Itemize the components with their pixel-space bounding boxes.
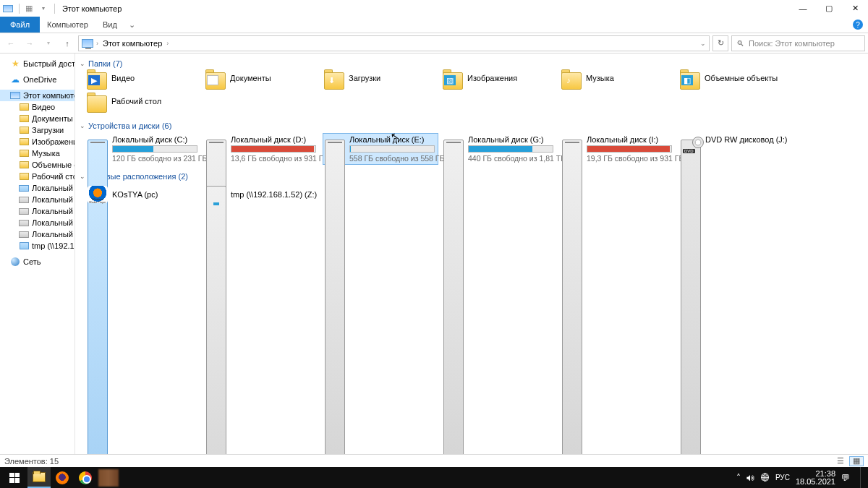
folder-icon [19,160,29,169]
qat-properties-icon[interactable]: ▦ [22,2,35,15]
sidebar-item[interactable]: tmp (\\192.168.1.52 [0,240,75,252]
address-dropdown-icon[interactable]: ⌄ [700,40,706,47]
drive-icon [19,207,29,215]
drive-free-space: 558 ГБ свободно из 558 ГБ [349,154,436,163]
section-header-folders[interactable]: ⌄ Папки (7) [80,56,864,69]
sidebar-item[interactable]: Локальный диск (D [0,194,75,205]
usage-bar [468,145,553,153]
close-button[interactable]: ✕ [842,1,868,17]
sidebar-item-label: Локальный диск (I: [32,230,75,239]
qat-pc-icon[interactable] [1,2,14,15]
drive-item[interactable]: Локальный диск (I:)19,3 ГБ свободно из 9… [560,133,676,165]
nav-back-button[interactable]: ← [3,35,19,51]
sidebar-item[interactable]: Изображения [0,136,75,147]
sidebar-item[interactable]: Документы [0,113,75,124]
sidebar-item[interactable]: Локальный диск (G [0,217,75,228]
sidebar-item[interactable]: Объемные объекты [0,159,75,171]
folder-item[interactable]: ▶Видео [85,71,201,91]
drive-icon: DVD [681,140,701,154]
maximize-button[interactable]: ▢ [816,1,842,17]
section-header-drives[interactable]: ⌄ Устройства и диски (6) [80,119,864,132]
folder-label: Рабочий стол [111,95,161,106]
view-details-button[interactable]: ☰ [833,456,848,466]
drive-icon [19,184,29,192]
nav-forward-button[interactable]: → [22,35,38,51]
drive-free-space: 440 ГБ свободно из 1,81 ТБ [468,154,555,163]
show-desktop-button[interactable] [860,467,864,488]
ribbon-file-tab[interactable]: Файл [0,17,40,33]
start-button[interactable] [1,467,27,488]
sidebar-item-label: Локальный диск (D [32,195,75,204]
sidebar-item-quick-access[interactable]: ★ Быстрый доступ [0,58,75,69]
tray-time: 21:38 [796,470,835,478]
refresh-button[interactable]: ↻ [712,35,728,51]
ribbon-tab-view[interactable]: Вид [95,17,124,33]
usage-bar [231,145,316,153]
breadcrumb-thispc[interactable]: Этот компьютер [101,39,163,48]
address-pc-icon [82,39,93,48]
drive-free-space: 13,6 ГБ свободно из 931 ГБ [231,154,318,163]
tray-clock[interactable]: 21:38 18.05.2021 [796,470,835,486]
network-item[interactable]: tmp (\\192.168.1.52) (Z:) [204,184,320,205]
taskbar-firefox[interactable] [51,467,74,488]
ribbon-tab-computer[interactable]: Компьютер [40,17,95,33]
pc-icon [10,91,20,100]
ribbon-expand-button[interactable]: ⌄ [124,17,140,33]
address-bar[interactable]: › Этот компьютер › ⌄ [78,35,710,51]
title-bar: ▦ ▾ Этот компьютер — ▢ ✕ [0,0,868,17]
sidebar-item-label: Объемные объекты [32,160,75,169]
folder-item[interactable]: ▧Изображения [441,71,557,91]
help-button[interactable]: ? [852,17,868,33]
sidebar-item-label: Изображения [32,137,75,146]
drive-free-space: 19,3 ГБ свободно из 931 ГБ [587,154,673,163]
folder-label: Изображения [467,72,517,82]
section-title: Устройства и диски (6) [88,121,171,130]
drive-item[interactable]: Локальный диск (D:)13,6 ГБ свободно из 9… [204,133,320,165]
tray-volume-icon[interactable]: 🔊︎ [746,473,755,483]
nav-up-button[interactable]: ↑ [59,35,75,51]
status-text: Элементов: 15 [4,457,59,466]
folder-icon: ♪ [561,72,582,90]
app-icon [98,469,119,487]
ribbon-tabs: Файл Компьютер Вид ⌄ ? [0,17,868,33]
sidebar-item-network[interactable]: Сеть [0,256,75,267]
taskbar-chrome[interactable] [74,467,97,488]
sidebar-item[interactable]: Локальный диск (I: [0,228,75,240]
tray-language[interactable]: РУС [775,474,790,481]
section-header-network[interactable]: ⌄ Сетевые расположения (2) [80,169,864,182]
drive-item[interactable]: DVDDVD RW дисковод (J:) [678,133,794,165]
drive-free-space: 120 ГБ свободно из 231 ГБ [112,154,199,163]
folder-icon [33,472,46,482]
qat-dropdown-icon[interactable]: ▾ [37,2,50,15]
sidebar-item[interactable]: Загрузки [0,124,75,136]
sidebar-item-onedrive[interactable]: ☁ OneDrive [0,74,75,85]
folder-label: Видео [111,72,135,82]
folder-item[interactable]: ◧Объемные объекты [678,71,794,91]
drive-item[interactable]: Локальный диск (G:)440 ГБ свободно из 1,… [441,133,557,165]
chevron-right-icon[interactable]: › [166,40,169,47]
taskbar-app-blurred[interactable] [97,467,120,488]
nav-recent-button[interactable]: ▾ [41,35,56,51]
sidebar-item[interactable]: Локальный диск (E [0,205,75,217]
tray-overflow-icon[interactable]: ˄ [736,473,741,483]
sidebar-item[interactable]: Локальный диск (C [0,182,75,194]
drive-item[interactable]: Локальный диск (E:)558 ГБ свободно из 55… [323,133,438,165]
folder-item[interactable]: Рабочий стол [85,94,201,114]
minimize-button[interactable]: — [790,1,816,17]
chevron-right-icon[interactable]: › [96,40,98,47]
taskbar-explorer[interactable] [27,467,51,488]
tray-network-icon[interactable]: 🌐︎ [761,473,770,483]
network-item[interactable]: KOsTYA (pc) [85,184,201,205]
sidebar-item[interactable]: Видео [0,101,75,113]
sidebar-item-this-pc[interactable]: Этот компьютер [0,90,75,101]
folder-item[interactable]: ≡Документы [204,71,320,91]
sidebar-item[interactable]: Музыка [0,147,75,159]
sidebar-item-label: Этот компьютер [23,91,75,100]
sidebar-item[interactable]: Рабочий стол [0,171,75,182]
folder-item[interactable]: ♪Музыка [560,71,676,91]
tray-notifications-icon[interactable]: 💬︎ [841,473,850,483]
search-input[interactable]: 🔍︎ Поиск: Этот компьютер [731,35,865,51]
view-tiles-button[interactable]: ▦ [849,456,864,466]
drive-item[interactable]: Локальный диск (C:)120 ГБ свободно из 23… [85,133,201,165]
folder-item[interactable]: ⬇Загрузки [323,71,438,91]
